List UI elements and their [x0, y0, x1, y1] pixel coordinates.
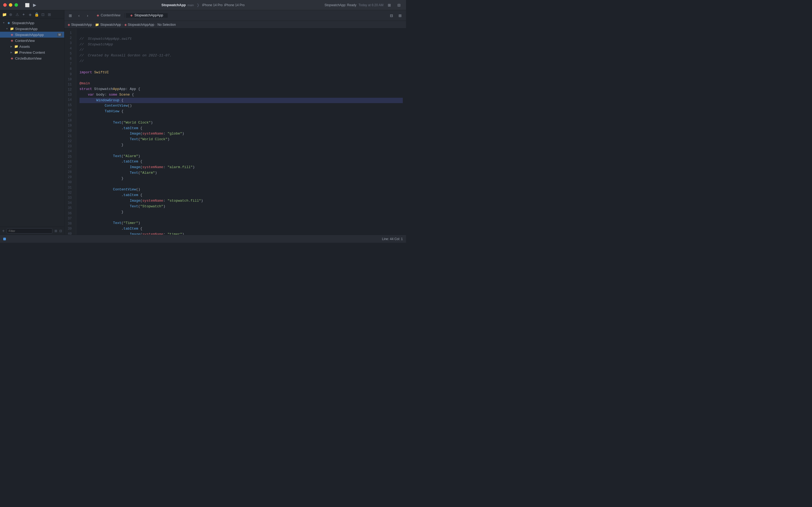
file-label-stopwatchappapp: StopwatchAppApp — [15, 33, 44, 37]
time-text: Today at 6:20 AM — [358, 3, 384, 7]
code-line-25: Image(systemName: "alarm.fill") — [79, 165, 403, 170]
file-label-preview-content: Preview Content — [19, 51, 45, 55]
adjust-right-icon[interactable]: ⊞ — [396, 12, 404, 19]
run-button[interactable]: ▶ — [31, 1, 39, 9]
code-line-6: // — [79, 59, 403, 64]
sidebar-warn-icon[interactable]: ⚠ — [15, 12, 19, 17]
code-line-14: ContentView() — [79, 103, 403, 109]
title-bar: ⬜ ▶ StopwatchApp main ❯ iPhone 14 Pro iP… — [0, 0, 406, 10]
code-line-2: // StopwatchAppApp.swift — [79, 36, 403, 42]
device-name: iPhone 14 Pro — [224, 3, 245, 7]
code-line-10: @main — [79, 81, 403, 87]
code-line-5: // Created by Russell Gordon on 2022-11-… — [79, 53, 403, 59]
sidebar-bookmark-icon[interactable]: ⊡ — [41, 12, 45, 17]
preview-folder-icon: 📁 — [14, 50, 18, 55]
code-line-27: } — [79, 176, 403, 181]
nav-forward-button[interactable]: › — [84, 12, 91, 19]
code-line-34 — [79, 215, 403, 220]
sidebar-folder-icon[interactable]: 📁 — [2, 12, 6, 17]
breadcrumb-1[interactable]: ◈ StopwatchApp — [68, 23, 92, 26]
preview-toggle: ▶ — [10, 51, 13, 54]
code-line-32: Text("Stopwatch") — [79, 204, 403, 210]
code-line-36: .tabItem { — [79, 226, 403, 232]
code-line-23: Text("Alarm") — [79, 154, 403, 159]
code-line-22 — [79, 148, 403, 154]
breadcrumb: ◈ StopwatchApp › 📁 StopwatchApp › ◈ Stop… — [64, 21, 406, 29]
modified-badge: M — [57, 33, 62, 37]
code-line-33: } — [79, 210, 403, 215]
sidebar: 📁 ⊕ ⚠ ✦ ◈ 🔒 ⊡ ⊞ ▼ ◈ StopwatchApp ▼ 📁 Sto… — [0, 10, 64, 235]
code-line-7 — [79, 64, 403, 70]
breadcrumb-2[interactable]: 📁 StopwatchApp — [95, 23, 121, 26]
close-button[interactable] — [3, 3, 7, 7]
code-line-11: struct StopwatchAppApp: App { — [79, 87, 403, 92]
file-label-contentview: ContentView — [15, 39, 35, 43]
code-line-30: .tabItem { — [79, 192, 403, 198]
sidebar-item-assets[interactable]: ▶ 📁 Assets — [0, 44, 64, 49]
line-col-indicator: Line: 44 Col: 1 — [382, 237, 403, 241]
traffic-lights — [3, 3, 18, 7]
breadcrumb-icon-1: ◈ — [68, 23, 70, 26]
tab-stopwatch-app[interactable]: ◈ StopwatchAppApp — [126, 13, 168, 18]
code-line-26: Text("Alarm") — [79, 170, 403, 176]
folder-icon: 📁 — [10, 26, 14, 31]
code-line-15: TabView { — [79, 109, 403, 114]
sidebar-diamond-icon[interactable]: ◈ — [28, 12, 32, 17]
code-line-12: var body: some Scene { — [79, 92, 403, 98]
sidebar-item-circlebuttonview[interactable]: ◈ CircleButtonView — [0, 55, 64, 61]
sidebar-toolbar: 📁 ⊕ ⚠ ✦ ◈ 🔒 ⊡ ⊞ — [0, 10, 64, 19]
sidebar-search-icon[interactable]: ⊕ — [9, 12, 13, 17]
sidebar-toggle-icon[interactable]: ⊞ — [67, 12, 74, 19]
code-line-29: ContentView() — [79, 187, 403, 192]
code-line-21: } — [79, 142, 403, 148]
maximize-button[interactable] — [14, 3, 18, 7]
sidebar-item-stopwatchappapp[interactable]: ◈ StopwatchAppApp M — [0, 32, 64, 38]
split-editor-button[interactable]: ⊞ — [386, 1, 393, 9]
breadcrumb-4: No Selection — [158, 23, 176, 26]
filter-input[interactable] — [7, 228, 52, 234]
status-indicator — [3, 238, 6, 240]
swift-icon-3: ◈ — [10, 56, 14, 60]
panel-button[interactable]: ⊟ — [395, 1, 403, 9]
tab-label-contentview: ContentView — [101, 13, 120, 17]
status-bar: Line: 44 Col: 1 — [0, 235, 406, 243]
code-content[interactable]: // StopwatchAppApp.swift// StopwatchApp/… — [76, 29, 406, 235]
sort-icon[interactable]: ⊞ — [55, 229, 57, 233]
editor-area: ⊞ ‹ › ◈ ContentView ◈ StopwatchAppApp ⊟ … — [64, 10, 406, 235]
sidebar-lock-icon[interactable]: 🔒 — [35, 12, 39, 17]
sidebar-history-icon[interactable]: ⊞ — [47, 12, 52, 17]
tab-content-view[interactable]: ◈ ContentView — [93, 13, 125, 18]
code-line-3: // StopwatchApp — [79, 42, 403, 48]
minimize-button[interactable] — [9, 3, 12, 7]
code-line-4: // — [79, 47, 403, 53]
code-line-9 — [79, 75, 403, 81]
title-bar-center: StopwatchApp main ❯ iPhone 14 Pro iPhone… — [161, 3, 245, 7]
line-numbers: 1234567891011121314151617181920212223242… — [64, 29, 76, 235]
code-line-19: Image(systemName: "globe") — [79, 131, 403, 137]
code-line-13: WindowGroup { — [79, 98, 403, 103]
sidebar-toggle-button[interactable]: ⬜ — [23, 1, 31, 9]
swift-icon-2: ◈ — [10, 39, 14, 43]
code-line-1 — [79, 31, 403, 36]
code-line-17: Text("World Clock") — [79, 120, 403, 126]
editor-toolbar: ⊞ ‹ › ◈ ContentView ◈ StopwatchAppApp ⊟ … — [64, 10, 406, 21]
nav-back-button[interactable]: ‹ — [75, 12, 83, 19]
code-line-16 — [79, 114, 403, 120]
sidebar-item-group[interactable]: ▼ 📁 StopwatchApp — [0, 26, 64, 32]
swift-tab-icon-2: ◈ — [130, 13, 133, 17]
breadcrumb-3[interactable]: ◈ StopwatchAppApp — [124, 23, 155, 26]
adjust-left-icon[interactable]: ⊟ — [388, 12, 395, 19]
file-label-assets: Assets — [19, 45, 30, 49]
filter-options-icon[interactable]: ⊡ — [59, 229, 62, 233]
sidebar-item-contentview[interactable]: ◈ ContentView — [0, 38, 64, 44]
add-file-button[interactable]: + — [2, 229, 5, 233]
breadcrumb-icon-3: ◈ — [124, 23, 127, 26]
project-branch: main — [187, 3, 194, 7]
status-text: StopwatchApp: Ready — [325, 3, 357, 7]
code-line-35: Text("Timer") — [79, 220, 403, 226]
code-editor[interactable]: 1234567891011121314151617181920212223242… — [64, 29, 406, 235]
sidebar-item-root[interactable]: ▼ ◈ StopwatchApp — [0, 20, 64, 26]
sidebar-tree: ▼ ◈ StopwatchApp ▼ 📁 StopwatchApp ◈ Stop… — [0, 19, 64, 227]
sidebar-item-preview-content[interactable]: ▶ 📁 Preview Content — [0, 49, 64, 55]
sidebar-star-icon[interactable]: ✦ — [21, 12, 26, 17]
